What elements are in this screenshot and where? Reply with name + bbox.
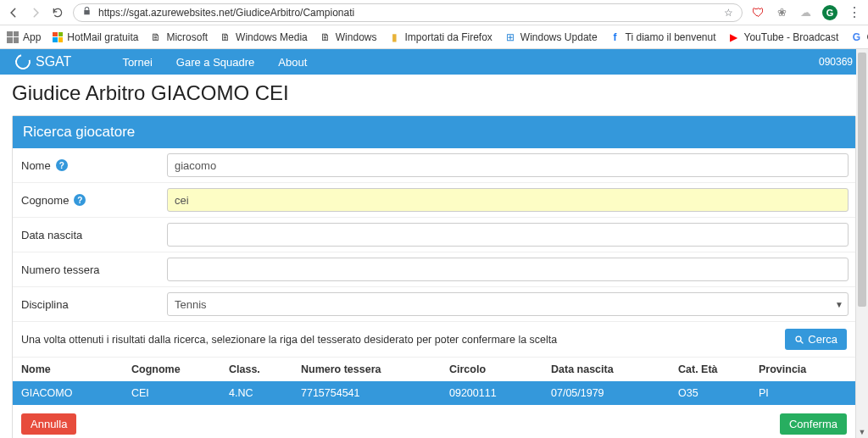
th-nascita: Data nascita: [551, 363, 678, 375]
bookmark-firefox[interactable]: ▮Importati da Firefox: [388, 31, 492, 43]
td-class: 4.NC: [229, 387, 301, 399]
nav-tornei[interactable]: Tornei: [122, 56, 152, 69]
app-navbar: SGAT Tornei Gare a Squadre About 090369: [0, 49, 868, 75]
search-icon: [794, 335, 804, 345]
search-button[interactable]: Cerca: [785, 329, 847, 350]
th-tessera: Numero tessera: [301, 363, 449, 375]
row-data-nascita: Data nascita: [13, 218, 855, 252]
panel-heading: Ricerca giocatore: [13, 116, 855, 148]
apps-button[interactable]: App: [7, 31, 41, 43]
reload-button[interactable]: [51, 6, 64, 19]
bookmark-winupdate[interactable]: ⊞Windows Update: [504, 31, 598, 43]
th-class: Class.: [229, 363, 301, 375]
menu-dots-icon[interactable]: ⋮: [848, 6, 861, 19]
bookmark-windows[interactable]: 🗎Windows: [320, 31, 377, 43]
forward-button[interactable]: [29, 6, 42, 19]
extension-icon-2[interactable]: ☁: [798, 6, 812, 19]
google-icon: G: [850, 31, 862, 43]
instruction-text: Una volta ottenuti i risultati dalla ric…: [21, 334, 785, 346]
row-cognome: Cognome?: [13, 183, 855, 218]
bookmark-fb[interactable]: fTi diamo il benvenut: [609, 31, 716, 43]
address-bar[interactable]: https://sgat.azurewebsites.net/GiudiceAr…: [73, 3, 743, 22]
scroll-thumb[interactable]: [858, 53, 866, 307]
url-text: https://sgat.azurewebsites.net/GiudiceAr…: [98, 7, 717, 19]
page-icon: 🗎: [220, 31, 231, 43]
help-icon[interactable]: ?: [56, 159, 68, 171]
row-disciplina: Disciplina Tennis▼: [13, 287, 855, 322]
page-icon: 🗎: [320, 31, 331, 43]
bookmark-youtube[interactable]: ▶YouTube - Broadcast: [728, 31, 839, 43]
th-nome: Nome: [21, 363, 131, 375]
input-data-nascita[interactable]: [167, 223, 849, 247]
footer-buttons: Annulla Conferma: [13, 405, 855, 438]
td-cognome: CEI: [131, 387, 229, 399]
browser-toolbar: https://sgat.azurewebsites.net/GiudiceAr…: [0, 0, 868, 25]
td-eta: O35: [678, 387, 759, 399]
cancel-button[interactable]: Annulla: [21, 413, 76, 435]
bookmark-wmedia[interactable]: 🗎Windows Media: [220, 31, 308, 43]
select-disciplina[interactable]: Tennis: [167, 292, 849, 316]
td-nome: GIACOMO: [21, 387, 131, 399]
label-data-nascita: Data nascita: [21, 229, 82, 241]
page-title: Giudice Arbitro GIACOMO CEI: [0, 75, 868, 115]
td-tessera: 7715754541: [301, 387, 449, 399]
label-cognome: Cognome: [21, 194, 69, 207]
windows-icon: ⊞: [504, 31, 516, 43]
bookmark-hotmail[interactable]: HotMail gratuita: [53, 31, 138, 43]
th-cognome: Cognome: [131, 363, 229, 375]
bookmark-microsoft[interactable]: 🗎Microsoft: [150, 31, 208, 43]
input-cognome[interactable]: [167, 188, 849, 212]
td-prov: PI: [759, 387, 847, 399]
ms-logo-icon: [53, 32, 63, 42]
th-eta: Cat. Età: [678, 363, 759, 375]
input-nome[interactable]: [167, 153, 849, 177]
star-icon[interactable]: ☆: [724, 7, 733, 19]
label-nome: Nome: [21, 159, 51, 172]
td-circolo: 09200111: [449, 387, 551, 399]
lock-icon: [82, 6, 92, 19]
bookmark-bar: App HotMail gratuita 🗎Microsoft 🗎Windows…: [0, 25, 868, 49]
back-button[interactable]: [7, 6, 20, 19]
confirm-button[interactable]: Conferma: [780, 413, 847, 435]
scrollbar[interactable]: ▲ ▼: [856, 49, 868, 438]
folder-icon: ▮: [388, 31, 400, 43]
bookmark-google[interactable]: GGoogle: [850, 31, 868, 43]
nav-gare[interactable]: Gare a Squadre: [176, 56, 255, 69]
user-id: 090369: [819, 56, 853, 68]
results-row[interactable]: GIACOMO CEI 4.NC 7715754541 09200111 07/…: [13, 381, 855, 405]
th-circolo: Circolo: [449, 363, 551, 375]
nav-about[interactable]: About: [278, 56, 307, 69]
page-icon: 🗎: [150, 31, 162, 43]
label-disciplina: Disciplina: [21, 298, 69, 311]
instruction-row: Una volta ottenuti i risultati dalla ric…: [13, 322, 855, 358]
ublock-icon[interactable]: 🛡: [751, 6, 765, 19]
profile-avatar[interactable]: G: [822, 5, 837, 20]
facebook-icon: f: [609, 31, 621, 43]
sgat-logo-icon: [13, 52, 34, 73]
search-panel: Ricerca giocatore Nome? Cognome? Data na…: [12, 115, 856, 438]
input-tessera[interactable]: [167, 258, 849, 281]
label-tessera: Numero tessera: [21, 263, 99, 276]
extension-icon[interactable]: ❀: [775, 6, 788, 19]
apps-grid-icon: [7, 31, 19, 43]
youtube-icon: ▶: [728, 31, 740, 43]
td-nascita: 07/05/1979: [551, 387, 678, 399]
row-nome: Nome?: [13, 148, 855, 183]
scroll-down-icon[interactable]: ▼: [856, 426, 868, 438]
results-header: Nome Cognome Class. Numero tessera Circo…: [13, 358, 855, 381]
row-tessera: Numero tessera: [13, 252, 855, 287]
help-icon[interactable]: ?: [74, 194, 86, 206]
th-prov: Provincia: [759, 363, 847, 375]
app-brand[interactable]: SGAT: [15, 54, 71, 69]
